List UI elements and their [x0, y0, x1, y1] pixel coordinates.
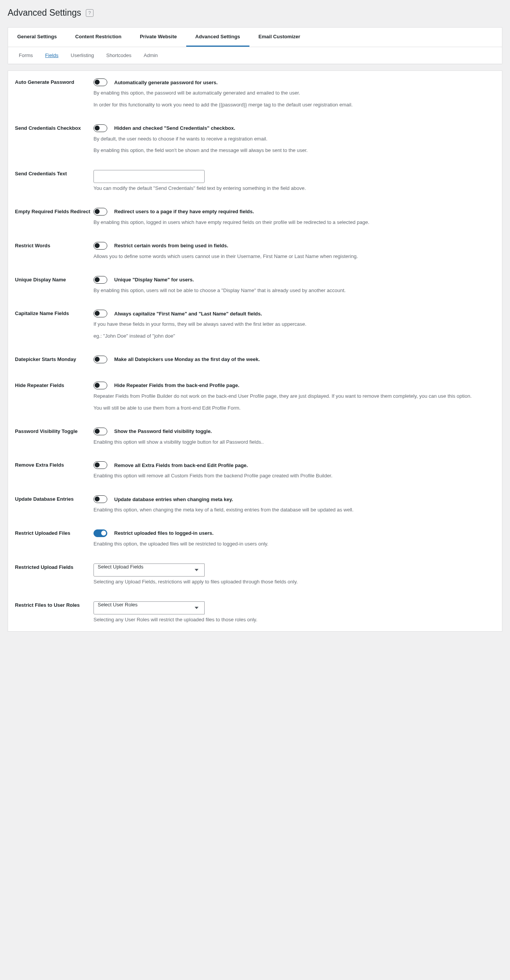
setting-body: You can modify the default "Send Credent…: [93, 170, 495, 193]
setting-label: Send Credentials Checkbox: [15, 124, 93, 131]
setting-label: Update Database Entries: [15, 495, 93, 502]
restrict-uploaded-files-toggle[interactable]: [93, 529, 107, 537]
toggle-label: Make all Datepickers use Monday as the f…: [114, 356, 260, 362]
setting-body: Hide Repeater Fields from the back-end P…: [93, 382, 495, 412]
restricted-upload-fields-select[interactable]: Select Upload Fields: [93, 564, 205, 577]
unique-display-name-toggle[interactable]: [93, 276, 107, 284]
setting-description: By default, the user needs to choose if …: [93, 135, 495, 143]
setting-description: Selecting any Upload Fields, restriction…: [93, 578, 495, 586]
restrict-files-user-roles-select[interactable]: Select User Roles: [93, 601, 205, 614]
tab-general-settings[interactable]: General Settings: [8, 28, 66, 47]
setting-row-hide-repeater-fields: Hide Repeater FieldsHide Repeater Fields…: [8, 374, 502, 420]
tab-advanced-settings[interactable]: Advanced Settings: [186, 28, 249, 47]
subtab-shortcodes[interactable]: Shortcodes: [100, 47, 138, 64]
setting-label: Restrict Uploaded Files: [15, 529, 93, 536]
capitalize-name-fields-toggle[interactable]: [93, 310, 107, 317]
remove-extra-fields-toggle[interactable]: [93, 461, 107, 469]
tabs-panel: General SettingsContent RestrictionPriva…: [8, 27, 502, 64]
setting-row-restrict-uploaded-files: Restrict Uploaded FilesRestrict uploaded…: [8, 522, 502, 556]
setting-description: By enabling this option, logged in users…: [93, 219, 495, 227]
setting-label: Remove Extra Fields: [15, 461, 93, 468]
help-icon[interactable]: ?: [86, 9, 93, 17]
restrict-words-toggle[interactable]: [93, 242, 107, 250]
setting-row-restrict-files-user-roles: Restrict Files to User RolesSelect User …: [8, 594, 502, 632]
setting-label: Unique Display Name: [15, 276, 93, 283]
setting-label: Restrict Files to User Roles: [15, 601, 93, 608]
setting-row-unique-display-name: Unique Display NameUnique "Display Name"…: [8, 268, 502, 302]
setting-body: Redirect users to a page if they have em…: [93, 208, 495, 227]
setting-row-empty-required-redirect: Empty Required Fields RedirectRedirect u…: [8, 200, 502, 234]
setting-description: Enabling this option, the uploaded files…: [93, 540, 495, 548]
setting-body: Make all Datepickers use Monday as the f…: [93, 356, 495, 366]
toggle-label: Update database entries when changing me…: [114, 497, 233, 502]
send-credentials-checkbox-toggle[interactable]: [93, 124, 107, 132]
setting-body: Automatically generate password for user…: [93, 78, 495, 109]
setting-row-send-credentials-text: Send Credentials TextYou can modify the …: [8, 162, 502, 200]
setting-body: Select User RolesSelecting any User Role…: [93, 601, 495, 624]
update-database-entries-toggle[interactable]: [93, 495, 107, 503]
setting-row-datepicker-monday: Datepicker Starts MondayMake all Datepic…: [8, 348, 502, 374]
setting-description: Repeater Fields from Profile Builder do …: [93, 392, 495, 400]
settings-content: Auto Generate PasswordAutomatically gene…: [8, 70, 502, 632]
setting-description: Enabling this option will remove all Cus…: [93, 472, 495, 480]
setting-description: In order for this functionality to work …: [93, 101, 495, 109]
setting-body: Unique "Display Name" for users.By enabl…: [93, 276, 495, 295]
toggle-label: Unique "Display Name" for users.: [114, 277, 194, 283]
datepicker-monday-toggle[interactable]: [93, 356, 107, 363]
setting-description: Selecting any User Roles will restrict t…: [93, 616, 495, 624]
setting-description: Enabling this option will show a visibil…: [93, 438, 495, 446]
subtab-fields[interactable]: Fields: [39, 47, 65, 64]
setting-body: Hidden and checked "Send Credentials" ch…: [93, 124, 495, 155]
primary-tabs: General SettingsContent RestrictionPriva…: [8, 28, 502, 47]
setting-description: By enabling this option, the field won't…: [93, 147, 495, 155]
setting-label: Hide Repeater Fields: [15, 382, 93, 388]
setting-row-send-credentials-checkbox: Send Credentials CheckboxHidden and chec…: [8, 117, 502, 163]
setting-label: Password Visibility Toggle: [15, 428, 93, 434]
setting-row-update-database-entries: Update Database EntriesUpdate database e…: [8, 488, 502, 522]
send-credentials-text-input[interactable]: [93, 170, 205, 183]
toggle-label: Show the Password field visibility toggl…: [114, 428, 212, 434]
toggle-label: Restrict certain words from being used i…: [114, 243, 228, 248]
toggle-label: Automatically generate password for user…: [114, 80, 218, 85]
setting-label: Capitalize Name Fields: [15, 310, 93, 316]
hide-repeater-fields-toggle[interactable]: [93, 382, 107, 389]
setting-row-capitalize-name-fields: Capitalize Name FieldsAlways capitalize …: [8, 302, 502, 348]
subtab-forms[interactable]: Forms: [13, 47, 39, 64]
subtab-admin[interactable]: Admin: [138, 47, 164, 64]
toggle-label: Remove all Extra Fields from back-end Ed…: [114, 462, 248, 468]
setting-label: Datepicker Starts Monday: [15, 356, 93, 362]
setting-description: You will still be able to use them from …: [93, 404, 495, 412]
setting-description: If you have these fields in your forms, …: [93, 320, 495, 328]
toggle-label: Restrict uploaded files to logged-in use…: [114, 530, 213, 536]
setting-label: Restricted Upload Fields: [15, 564, 93, 570]
setting-body: Always capitalize "First Name" and "Last…: [93, 310, 495, 340]
setting-description: By enabling this option, the password wi…: [93, 89, 495, 97]
tab-email-customizer[interactable]: Email Customizer: [249, 28, 310, 47]
setting-description: eg.: "John Doe" instead of "john doe": [93, 332, 495, 340]
setting-row-remove-extra-fields: Remove Extra FieldsRemove all Extra Fiel…: [8, 454, 502, 488]
setting-label: Empty Required Fields Redirect: [15, 208, 93, 214]
toggle-label: Hide Repeater Fields from the back-end P…: [114, 382, 239, 388]
setting-row-auto-generate-password: Auto Generate PasswordAutomatically gene…: [8, 71, 502, 117]
setting-body: Show the Password field visibility toggl…: [93, 428, 495, 446]
page-title: Advanced Settings: [8, 8, 81, 18]
setting-description: Allows you to define some words which us…: [93, 253, 495, 261]
tab-private-website[interactable]: Private Website: [131, 28, 186, 47]
auto-generate-password-toggle[interactable]: [93, 78, 107, 86]
setting-row-restricted-upload-fields: Restricted Upload FieldsSelect Upload Fi…: [8, 556, 502, 594]
setting-body: Remove all Extra Fields from back-end Ed…: [93, 461, 495, 480]
setting-body: Restrict certain words from being used i…: [93, 242, 495, 261]
password-visibility-toggle-toggle[interactable]: [93, 428, 107, 435]
setting-body: Update database entries when changing me…: [93, 495, 495, 514]
empty-required-redirect-toggle[interactable]: [93, 208, 107, 216]
setting-row-restrict-words: Restrict WordsRestrict certain words fro…: [8, 234, 502, 268]
tab-content-restriction[interactable]: Content Restriction: [66, 28, 131, 47]
setting-row-password-visibility-toggle: Password Visibility ToggleShow the Passw…: [8, 420, 502, 454]
subtab-userlisting[interactable]: Userlisting: [65, 47, 100, 64]
setting-body: Restrict uploaded files to logged-in use…: [93, 529, 495, 548]
setting-description: You can modify the default "Send Credent…: [93, 185, 495, 193]
setting-body: Select Upload FieldsSelecting any Upload…: [93, 564, 495, 586]
setting-description: By enabling this option, users will not …: [93, 287, 495, 295]
setting-label: Auto Generate Password: [15, 78, 93, 85]
setting-label: Restrict Words: [15, 242, 93, 248]
